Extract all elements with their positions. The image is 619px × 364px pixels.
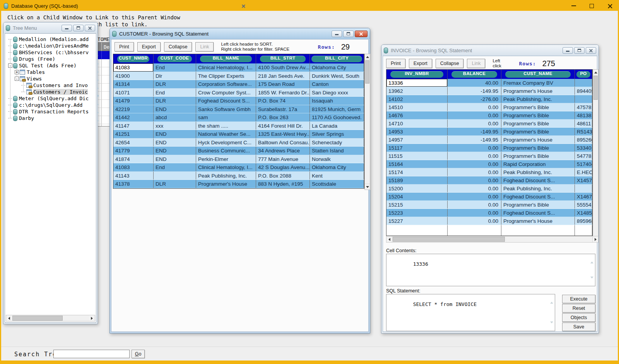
table-row[interactable]: 14957-149.95Programmer's House895260 bbox=[386, 136, 592, 144]
table-row[interactable]: 41083EndClinical Hematology, I...4100 So… bbox=[113, 63, 364, 72]
table-cell[interactable]: 15189 bbox=[386, 176, 448, 184]
scroll-right-icon[interactable] bbox=[592, 236, 598, 242]
table-cell[interactable]: 894405 bbox=[575, 87, 592, 95]
table-cell[interactable]: Fremax Company BV bbox=[501, 79, 575, 87]
table-cell[interactable]: Programmer's Bible bbox=[501, 103, 575, 111]
customer-link-button[interactable]: Link bbox=[195, 42, 214, 51]
table-cell[interactable]: X14578J bbox=[575, 176, 592, 184]
table-cell[interactable]: 81925 Munich, Germ bbox=[310, 105, 364, 113]
table-cell[interactable]: 0.00 bbox=[448, 168, 501, 176]
table-cell[interactable]: Statten Island bbox=[310, 147, 364, 155]
tree-horizontal-scrollbar[interactable] bbox=[6, 315, 95, 321]
tree-item[interactable]: BHSServices (c:\bhsserv bbox=[7, 49, 95, 56]
tree-item[interactable]: Customers / Invoic bbox=[7, 89, 95, 95]
table-row[interactable]: 152150.00Programmer's Bible55554 bbox=[386, 201, 592, 209]
table-cell[interactable]: 0.00 bbox=[448, 201, 501, 208]
table-cell[interactable] bbox=[575, 79, 592, 87]
table-cell[interactable]: -149.95 bbox=[448, 128, 501, 135]
invoice-close-button[interactable] bbox=[586, 47, 596, 54]
table-row[interactable]: 151740.00Peak Publishing, Inc.E.HECTO bbox=[386, 168, 592, 176]
table-cell[interactable]: 42654 bbox=[113, 138, 154, 147]
scrollbar-thumb[interactable] bbox=[593, 76, 598, 100]
table-cell[interactable] bbox=[575, 185, 592, 192]
table-cell[interactable]: 11515 bbox=[386, 152, 448, 160]
table-row[interactable]: 41314DLRCorporation Software...175 Dean … bbox=[113, 80, 364, 89]
table-cell[interactable]: 14102 bbox=[386, 95, 448, 103]
main-maximize-button[interactable] bbox=[583, 0, 601, 12]
table-row[interactable]: 14953-149.95Programmer's BibleR51434 bbox=[386, 128, 592, 136]
table-cell[interactable]: 41083 bbox=[113, 163, 154, 171]
table-cell[interactable]: 14510 bbox=[386, 103, 448, 111]
table-cell[interactable]: 218 Jan Seeds Ave. bbox=[256, 72, 310, 80]
column-header-cust_name[interactable]: CUST_NAME bbox=[501, 70, 575, 79]
table-row[interactable]: 42654ENDHyck Development C...Balltown An… bbox=[113, 138, 364, 147]
table-cell[interactable]: 15117 bbox=[386, 144, 448, 152]
table-cell[interactable]: End bbox=[154, 163, 196, 171]
table-cell[interactable]: 0.00 bbox=[448, 193, 501, 200]
invoice-export-button[interactable]: Export bbox=[409, 59, 432, 68]
table-cell[interactable]: Dunkirk West, South bbox=[310, 72, 364, 80]
invoice-print-button[interactable]: Print bbox=[386, 59, 405, 68]
table-cell[interactable]: 53340 bbox=[575, 144, 592, 152]
table-cell[interactable]: 517404 bbox=[575, 160, 592, 168]
column-header-bill_city[interactable]: BILL_CITY bbox=[310, 54, 364, 63]
table-cell[interactable]: Clinical Hematology, I... bbox=[196, 63, 256, 72]
table-cell[interactable]: Programmer's Bible bbox=[501, 120, 575, 127]
table-cell[interactable]: 41479 bbox=[113, 97, 154, 105]
tree-item[interactable]: -Views bbox=[7, 75, 95, 82]
table-cell[interactable]: Foghead Discount S... bbox=[501, 193, 575, 200]
table-row[interactable]: 41479DLRFoghead Discount S...P.O. Box 74… bbox=[113, 97, 364, 105]
tree-item[interactable]: c:\medalion\DrivesAndMe bbox=[7, 43, 95, 49]
table-cell[interactable]: Programmer's House bbox=[196, 180, 256, 188]
table-cell[interactable]: Rapid Corporation bbox=[501, 160, 575, 168]
tree-item[interactable]: Customers and Invo bbox=[7, 82, 95, 89]
tree-item[interactable]: c:\drugs\SqlQuery.Add bbox=[7, 102, 95, 108]
table-cell[interactable]: Peak Publishing, Inc. bbox=[501, 185, 575, 192]
table-cell[interactable]: 48611 bbox=[575, 120, 592, 127]
table-cell[interactable]: -149.95 bbox=[448, 136, 501, 144]
table-cell[interactable]: Oklahoma City bbox=[310, 63, 364, 72]
table-cell[interactable]: P.O. Box 2088 bbox=[256, 172, 310, 180]
table-row[interactable]: 147100.00Programmer's Bible48611 bbox=[386, 120, 592, 128]
table-cell[interactable]: 13962 bbox=[386, 87, 448, 95]
customer-print-button[interactable]: Print bbox=[115, 42, 134, 51]
table-cell[interactable]: 48138 bbox=[575, 111, 592, 119]
search-tree-input[interactable] bbox=[53, 350, 130, 358]
table-cell[interactable]: 15204 bbox=[386, 193, 448, 200]
table-row[interactable]: 152230.00Foghead Discount S...X14850J bbox=[386, 209, 592, 217]
invoice-titlebar[interactable]: INVOICE - Browsing SQL Statement bbox=[381, 45, 598, 56]
invoice-horizontal-scrollbar[interactable] bbox=[386, 236, 598, 243]
table-cell[interactable]: DLR bbox=[154, 97, 196, 105]
table-row[interactable]: 41083EndClinical Hematology, I...42 S Do… bbox=[113, 163, 364, 172]
table-row[interactable]: 151640.00Rapid Corporation517404 bbox=[386, 160, 592, 168]
table-cell[interactable]: 0.00 bbox=[448, 185, 501, 192]
table-cell[interactable]: 41779 bbox=[113, 147, 154, 155]
table-cell[interactable]: 14953 bbox=[386, 128, 448, 135]
customer-close-button[interactable] bbox=[355, 31, 368, 37]
scrollbar-thumb[interactable] bbox=[365, 60, 369, 84]
table-cell[interactable]: Programmer's Bible bbox=[501, 128, 575, 135]
scroll-left-icon[interactable] bbox=[6, 315, 12, 321]
table-cell[interactable]: 895260 bbox=[575, 136, 592, 144]
table-cell[interactable]: END bbox=[154, 155, 196, 163]
table-cell[interactable]: 0.00 bbox=[448, 217, 501, 225]
table-cell[interactable]: Scottsdale bbox=[310, 180, 364, 188]
table-cell[interactable]: xxx bbox=[154, 122, 196, 130]
table-cell[interactable]: DLR bbox=[154, 180, 196, 188]
table-cell[interactable]: X14673J bbox=[575, 193, 592, 200]
table-cell[interactable]: 883 N Hyden, #195 bbox=[256, 180, 310, 188]
customer-vertical-scrollbar[interactable] bbox=[364, 54, 370, 190]
table-cell[interactable]: 41071 bbox=[113, 89, 154, 97]
customer-collapse-button[interactable]: Collapse bbox=[164, 42, 192, 51]
table-cell[interactable]: P.O. Box 74 bbox=[256, 97, 310, 105]
tree-item[interactable]: Drugs (Free) bbox=[7, 56, 95, 62]
table-cell[interactable]: Oklahoma City bbox=[310, 163, 364, 171]
invoice-vertical-scrollbar[interactable] bbox=[593, 69, 598, 243]
table-cell[interactable]: 40.00 bbox=[448, 79, 501, 87]
table-row[interactable]: 41251ENDNational Weather Se...1325 East-… bbox=[113, 130, 364, 138]
scroll-down-icon[interactable] bbox=[365, 184, 370, 190]
table-cell[interactable]: Norwalk bbox=[310, 155, 364, 163]
tree-minimize-button[interactable] bbox=[62, 25, 72, 31]
reset-button[interactable]: Reset bbox=[562, 304, 595, 313]
table-cell[interactable]: Kent bbox=[310, 172, 364, 180]
